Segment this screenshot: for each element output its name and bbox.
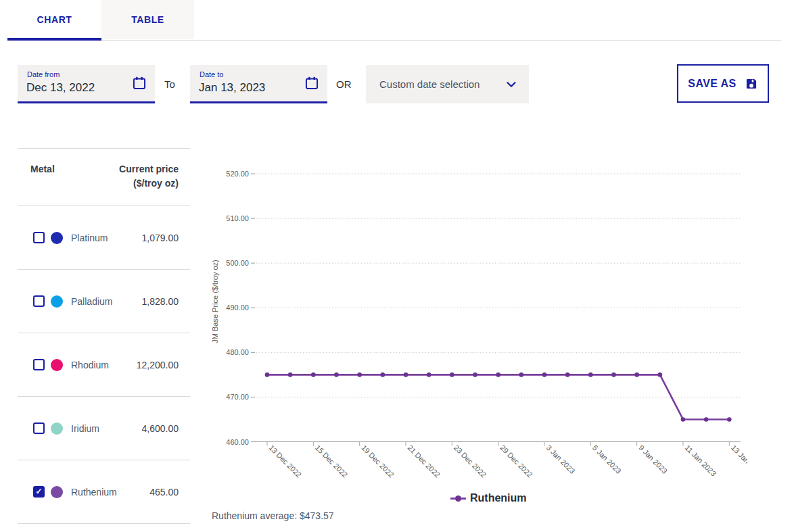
data-point	[404, 372, 408, 377]
data-point	[381, 372, 386, 377]
data-point	[427, 372, 431, 377]
metal-name: Ruthenium	[71, 487, 149, 498]
data-point	[311, 372, 316, 377]
data-point	[473, 372, 477, 377]
price-chart: 460.00470.00480.00490.00500.00510.00520.…	[206, 162, 747, 490]
to-label: To	[164, 65, 175, 103]
y-tick-label: 490.00	[226, 304, 249, 312]
metal-name: Platinum	[71, 233, 142, 243]
date-from-label: Date from	[27, 70, 60, 78]
data-point	[496, 372, 500, 377]
data-point	[450, 372, 454, 377]
metal-checkbox-rhodium[interactable]	[33, 359, 45, 370]
data-point	[634, 372, 639, 377]
series-average-text: Ruthenium average: $473.57	[212, 510, 334, 521]
date-from-field[interactable]: Date from Dec 13, 2022	[18, 65, 155, 103]
metal-selection-panel: Metal Current price ($/troy oz) Platinum…	[18, 148, 190, 524]
data-point	[519, 372, 524, 377]
metal-checkbox-palladium[interactable]	[33, 295, 45, 307]
metal-name: Rhodium	[71, 360, 137, 370]
x-tick-label: 19 Dec 2022	[360, 443, 396, 479]
chevron-down-icon	[506, 79, 517, 90]
metal-checkbox-iridium[interactable]	[33, 422, 45, 434]
tab-table[interactable]: TABLE	[101, 0, 194, 39]
data-point	[265, 372, 270, 377]
date-to-field[interactable]: Date to Jan 13, 2023	[190, 65, 327, 103]
date-to-label: Date to	[200, 70, 223, 78]
data-point	[658, 372, 663, 377]
metal-row-palladium: Palladium1,828.00	[18, 270, 190, 333]
save-icon	[745, 77, 758, 91]
data-point	[681, 417, 686, 422]
data-point	[334, 372, 339, 377]
metal-color-dot	[51, 295, 63, 308]
metal-table-header: Metal Current price ($/troy oz)	[18, 148, 190, 206]
x-tick-label: 23 Dec 2022	[452, 443, 488, 479]
metal-current-price: 12,200.00	[137, 360, 179, 370]
x-tick-label: 29 Dec 2022	[498, 443, 534, 479]
calendar-icon[interactable]	[304, 76, 319, 91]
x-tick-label: 13 Dec 2022	[268, 443, 304, 479]
legend-line-marker-icon	[450, 498, 466, 500]
tab-chart[interactable]: CHART	[7, 0, 101, 39]
y-tick-label: 470.00	[226, 393, 249, 401]
save-as-button[interactable]: SAVE AS	[677, 64, 769, 103]
data-point	[704, 417, 709, 422]
metal-color-dot	[51, 359, 63, 371]
legend-label: Ruthenium	[470, 492, 527, 504]
x-tick-label: 21 Dec 2022	[406, 443, 442, 479]
metal-checkbox-platinum[interactable]	[33, 232, 45, 243]
or-label: OR	[336, 65, 352, 103]
y-tick-label: 500.00	[226, 259, 249, 267]
data-point	[611, 372, 616, 377]
metal-current-price: 1,079.00	[142, 233, 179, 243]
metal-current-price: 4,600.00	[142, 423, 179, 434]
metal-name: Iridium	[71, 423, 142, 434]
legend-item-ruthenium[interactable]: Ruthenium	[450, 491, 527, 505]
column-header-metal: Metal	[30, 164, 55, 174]
active-tab-underline	[7, 38, 101, 41]
metal-color-dot	[51, 486, 63, 498]
metal-checkbox-ruthenium[interactable]	[33, 486, 45, 498]
date-from-value: Dec 13, 2022	[26, 81, 95, 95]
y-tick-label: 510.00	[226, 214, 249, 222]
metal-row-rhodium: Rhodium12,200.00	[18, 333, 190, 397]
save-as-label: SAVE AS	[688, 78, 736, 90]
x-tick-label: 11 Jan 2023	[684, 443, 718, 478]
date-preset-value: Custom date selection	[379, 78, 506, 90]
data-point	[288, 372, 293, 377]
data-point	[565, 372, 570, 377]
y-tick-label: 460.00	[226, 438, 249, 446]
metal-color-dot	[51, 232, 63, 244]
data-point	[588, 372, 593, 377]
date-preset-dropdown[interactable]: Custom date selection	[366, 65, 529, 103]
x-tick-label: 15 Dec 2022	[314, 443, 350, 479]
data-point	[357, 372, 362, 377]
metal-prices-page: CHART TABLE Date from Dec 13, 2022 To Da…	[0, 0, 794, 532]
column-header-price-unit: ($/troy oz)	[133, 178, 179, 189]
x-tick-label: 5 Jan 2023	[591, 443, 623, 475]
metal-row-platinum: Platinum1,079.00	[18, 206, 190, 270]
data-point	[727, 417, 732, 422]
metal-current-price: 1,828.00	[142, 296, 179, 307]
calendar-icon[interactable]	[132, 76, 147, 91]
metal-current-price: 465.00	[149, 487, 179, 498]
y-axis-title: JM Base Price ($/troy oz)	[211, 260, 219, 343]
x-tick-label: 9 Jan 2023	[637, 443, 669, 475]
data-point	[542, 372, 547, 377]
tab-divider	[101, 40, 781, 41]
y-tick-label: 480.00	[226, 348, 249, 356]
metal-row-iridium: Iridium4,600.00	[18, 397, 190, 460]
metal-color-dot	[51, 422, 63, 435]
x-tick-label: 3 Jan 2023	[545, 443, 577, 475]
y-tick-label: 520.00	[226, 170, 249, 178]
column-header-current-price: Current price	[119, 164, 179, 174]
date-to-value: Jan 13, 2023	[199, 81, 265, 95]
x-tick-label: 13 Jan 2023	[730, 443, 747, 478]
metal-row-ruthenium: Ruthenium465.00	[18, 460, 190, 524]
metal-name: Palladium	[71, 296, 142, 307]
